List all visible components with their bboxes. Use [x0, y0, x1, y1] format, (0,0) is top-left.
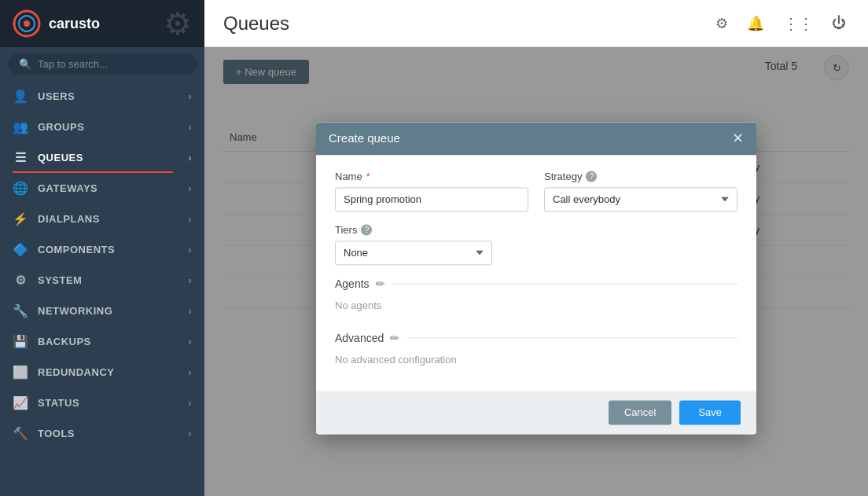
- sidebar-item-label: SYSTEM: [38, 274, 82, 286]
- svg-point-1: [24, 20, 30, 27]
- sidebar-item-label: DIALPLANS: [38, 213, 100, 225]
- chevron-icon: ›: [189, 336, 193, 347]
- agents-label: Agents ✏: [335, 277, 385, 290]
- dialplans-icon: ⚡: [13, 211, 28, 226]
- strategy-label: Strategy ?: [544, 171, 737, 182]
- sidebar-item-label: GATEWAYS: [38, 182, 97, 194]
- logo-icon: [13, 9, 41, 38]
- create-queue-modal: Create queue ✕ Name * Strategy: [316, 122, 756, 434]
- sidebar-item-groups[interactable]: 👥 GROUPS ›: [0, 112, 204, 142]
- sidebar-item-label: USERS: [38, 90, 75, 102]
- sidebar-item-users[interactable]: 👤 USERS ›: [0, 81, 204, 112]
- backups-icon: 💾: [13, 334, 28, 349]
- grid-icon[interactable]: ⋮⋮: [780, 11, 816, 36]
- tiers-label: Tiers ?: [335, 224, 492, 236]
- advanced-edit-icon[interactable]: ✏: [390, 332, 399, 344]
- chevron-icon: ›: [189, 306, 193, 317]
- sidebar-item-label: BACKUPS: [38, 336, 91, 347]
- advanced-label: Advanced ✏: [335, 332, 399, 344]
- form-row-name-strategy: Name * Strategy ? Call everybody Linear: [335, 171, 737, 211]
- modal-title: Create queue: [329, 131, 400, 145]
- chevron-icon: ›: [189, 152, 193, 163]
- sidebar-item-label: COMPONENTS: [38, 244, 115, 255]
- sidebar-item-components[interactable]: 🔷 COMPONENTS ›: [0, 234, 204, 265]
- advanced-empty-text: No advanced configuration: [335, 351, 737, 375]
- tiers-help-icon: ?: [361, 224, 372, 235]
- strategy-select[interactable]: Call everybody Linear Random Round robin: [544, 187, 737, 211]
- sidebar-item-tools[interactable]: 🔨 TOOLS ›: [0, 418, 204, 449]
- chevron-icon: ›: [189, 122, 193, 133]
- form-group-strategy: Strategy ? Call everybody Linear Random …: [544, 171, 737, 211]
- queues-icon: ☰: [13, 150, 28, 165]
- search-icon: 🔍: [19, 58, 31, 70]
- chevron-icon: ›: [189, 183, 193, 194]
- groups-icon: 👥: [13, 119, 28, 134]
- sidebar-item-queues[interactable]: ☰ QUEUES ›: [0, 142, 204, 173]
- name-input[interactable]: [335, 187, 528, 211]
- sidebar-item-label: GROUPS: [38, 121, 84, 133]
- content-area: + New queue Total 5 ↻ Name Strategy Call…: [204, 47, 868, 496]
- modal-body: Name * Strategy ? Call everybody Linear: [316, 155, 756, 391]
- sidebar-header: carusto ⚙: [0, 0, 204, 47]
- form-row-tiers: Tiers ? None 1 2 3: [335, 224, 737, 265]
- components-icon: 🔷: [13, 242, 28, 257]
- modal-header: Create queue ✕: [316, 122, 756, 155]
- agents-section-header: Agents ✏: [335, 277, 737, 290]
- required-indicator: *: [366, 171, 370, 182]
- chevron-icon: ›: [189, 244, 193, 255]
- sidebar-item-backups[interactable]: 💾 BACKUPS ›: [0, 326, 204, 357]
- nav-menu: 👤 USERS › 👥 GROUPS › ☰ QUEUES › 🌐 GATEWA…: [0, 81, 204, 449]
- chevron-icon: ›: [189, 428, 193, 439]
- cancel-button[interactable]: Cancel: [609, 400, 671, 424]
- sidebar-item-label: REDUNDANCY: [38, 366, 114, 378]
- advanced-section-header: Advanced ✏: [335, 332, 737, 344]
- name-label: Name *: [335, 171, 528, 182]
- redundancy-icon: ⬜: [13, 365, 28, 380]
- system-icon: ⚙: [13, 273, 28, 288]
- form-group-tiers: Tiers ? None 1 2 3: [335, 224, 492, 265]
- chevron-icon: ›: [189, 398, 193, 409]
- tools-icon: 🔨: [13, 426, 28, 441]
- notification-icon[interactable]: 🔔: [744, 12, 767, 35]
- page-title: Queues: [223, 13, 712, 35]
- agents-edit-icon[interactable]: ✏: [376, 277, 385, 290]
- sidebar-item-label: STATUS: [38, 397, 79, 409]
- settings-icon[interactable]: ⚙: [712, 12, 731, 35]
- sidebar-item-status[interactable]: 📈 STATUS ›: [0, 388, 204, 418]
- agents-divider: [393, 283, 737, 284]
- strategy-help-icon: ?: [586, 171, 597, 182]
- networking-icon: 🔧: [13, 303, 28, 318]
- tiers-select[interactable]: None 1 2 3: [335, 241, 492, 265]
- gateways-icon: 🌐: [13, 181, 28, 196]
- search-placeholder: Tap to search...: [38, 58, 108, 70]
- sidebar-item-system[interactable]: ⚙ SYSTEM ›: [0, 265, 204, 296]
- modal-footer: Cancel Save: [316, 391, 756, 434]
- sidebar-item-label: TOOLS: [38, 428, 75, 439]
- sidebar-item-label: QUEUES: [38, 152, 83, 163]
- sidebar-item-gateways[interactable]: 🌐 GATEWAYS ›: [0, 173, 204, 204]
- gear-bg-icon: ⚙: [164, 6, 192, 42]
- save-button[interactable]: Save: [679, 400, 741, 424]
- topbar: Queues ⚙ 🔔 ⋮⋮ ⏻: [204, 0, 868, 47]
- sidebar-item-label: NETWORKING: [38, 305, 112, 317]
- agents-empty-text: No agents: [335, 296, 737, 321]
- users-icon: 👤: [13, 89, 28, 104]
- chevron-icon: ›: [189, 367, 193, 378]
- advanced-divider: [407, 337, 737, 338]
- modal-close-button[interactable]: ✕: [732, 131, 744, 145]
- chevron-icon: ›: [189, 214, 193, 225]
- sidebar: carusto ⚙ 🔍 Tap to search... 👤 USERS › 👥…: [0, 0, 204, 496]
- sidebar-item-redundancy[interactable]: ⬜ REDUNDANCY ›: [0, 357, 204, 388]
- chevron-icon: ›: [189, 275, 193, 286]
- logo-text: carusto: [49, 16, 100, 32]
- chevron-icon: ›: [189, 91, 193, 102]
- topbar-actions: ⚙ 🔔 ⋮⋮ ⏻: [712, 11, 849, 36]
- main-content: Queues ⚙ 🔔 ⋮⋮ ⏻ + New queue Total 5 ↻ Na…: [204, 0, 868, 496]
- sidebar-item-dialplans[interactable]: ⚡ DIALPLANS ›: [0, 204, 204, 234]
- power-icon[interactable]: ⏻: [829, 12, 849, 35]
- status-icon: 📈: [13, 395, 28, 410]
- search-bar[interactable]: 🔍 Tap to search...: [8, 53, 197, 75]
- sidebar-item-networking[interactable]: 🔧 NETWORKING ›: [0, 296, 204, 326]
- form-group-name: Name *: [335, 171, 528, 211]
